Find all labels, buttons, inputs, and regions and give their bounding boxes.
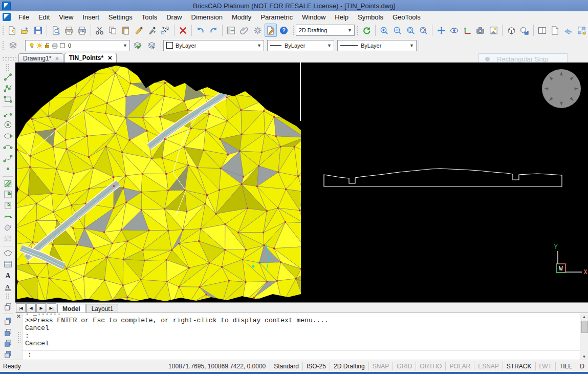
command-scrollbar[interactable]: ▲ ▼ — [580, 313, 588, 360]
flatten-button[interactable] — [1, 211, 14, 222]
menu-file[interactable]: File — [14, 12, 34, 23]
save-button[interactable] — [32, 24, 45, 37]
layout-nav-first[interactable]: |◀ — [16, 303, 26, 313]
text-button[interactable]: A — [1, 270, 14, 281]
spline-button[interactable] — [1, 152, 14, 163]
toolbar-grip[interactable] — [292, 25, 294, 36]
command-input[interactable]: : — [23, 350, 580, 360]
hatch-button[interactable] — [1, 178, 14, 189]
doc-tab-tin_points[interactable]: TIN_Points*✕ — [64, 53, 117, 63]
draworder-front-button[interactable] — [1, 301, 14, 312]
scroll-up-icon[interactable]: ▲ — [582, 313, 586, 320]
publish-button[interactable] — [76, 24, 88, 37]
scroll-down-icon[interactable]: ▼ — [582, 353, 586, 360]
print-button[interactable] — [63, 24, 75, 37]
ucs-button[interactable] — [462, 24, 474, 37]
close-command-icon[interactable]: ✕ — [16, 314, 20, 319]
tab-layout1[interactable]: Layout1 — [86, 304, 119, 313]
text-style-button[interactable]: A — [1, 281, 14, 292]
render-button[interactable] — [488, 24, 500, 37]
doc-tab-drawing1[interactable]: Drawing1*× — [18, 53, 63, 63]
tabbar-grip[interactable] — [2, 56, 16, 60]
layout-nav-prev[interactable]: ◀ — [26, 303, 36, 313]
region-button[interactable] — [1, 189, 14, 200]
paste-button[interactable] — [120, 24, 132, 37]
linetype-select[interactable]: ByLayer▼ — [267, 40, 334, 51]
menu-tools[interactable]: Tools — [137, 12, 162, 23]
rectangle-button[interactable] — [1, 94, 14, 105]
menu-dimension[interactable]: Dimension — [187, 12, 227, 23]
status-toggle-2ddrafting[interactable]: 2D Drafting — [330, 362, 368, 370]
zoom-out-button[interactable] — [391, 24, 404, 37]
zoom-in-button[interactable] — [378, 24, 390, 37]
print-preview-button[interactable] — [50, 24, 62, 37]
look-button[interactable] — [448, 24, 461, 37]
toolbar-grip[interactable] — [6, 64, 10, 71]
isolate-objects-button[interactable] — [562, 24, 575, 37]
layers-button[interactable] — [6, 39, 19, 52]
menu-settings[interactable]: Settings — [104, 12, 137, 23]
zoom-extents-button[interactable] — [404, 24, 417, 37]
status-coordinates[interactable]: 100871.7695, 100869.7422, 0.0000 — [164, 363, 270, 370]
menu-draw[interactable]: Draw — [162, 12, 186, 23]
new-file-button[interactable] — [6, 24, 18, 37]
copy-button[interactable] — [107, 24, 119, 37]
menu-insert[interactable]: Insert — [78, 12, 104, 23]
viewport-3d-tin[interactable] — [17, 63, 301, 302]
status-toggle-polar[interactable]: POLAR — [445, 362, 474, 370]
boundary-button[interactable] — [1, 200, 14, 211]
command-text-area[interactable]: : _......>>Press ENTER or Esc to complet… — [23, 313, 580, 360]
draworder-under-button[interactable] — [1, 338, 14, 349]
status-toggle-standard[interactable]: Standard — [270, 362, 302, 370]
app-menu-icon[interactable] — [3, 13, 11, 21]
menu-symbols[interactable]: Symbols — [353, 12, 388, 23]
arc-button[interactable] — [1, 108, 14, 119]
revcloud-button[interactable] — [1, 248, 14, 259]
match-properties-button[interactable] — [133, 24, 145, 37]
drawing-explorer-button[interactable] — [265, 24, 277, 37]
viewport-profile[interactable]: W Y X — [301, 63, 588, 302]
status-toggle-tile[interactable]: TILE — [555, 362, 576, 370]
close-tab-icon[interactable]: × — [55, 55, 58, 61]
ellipse-arc-button[interactable] — [1, 141, 14, 153]
eyedropper-button[interactable] — [146, 24, 158, 37]
status-toggle-snap[interactable]: SNAP — [368, 362, 393, 370]
shape-button[interactable] — [1, 222, 14, 234]
command-line-panel[interactable]: ✕ : _......>>Press ENTER or Esc to compl… — [15, 313, 588, 360]
settings-button[interactable] — [251, 24, 264, 37]
circle-button[interactable] — [1, 119, 14, 131]
status-toggle-lwt[interactable]: LWT — [535, 362, 555, 370]
viewport-config-button[interactable] — [536, 24, 548, 37]
menu-modify[interactable]: Modify — [227, 12, 256, 23]
structure-panel-button[interactable] — [575, 24, 587, 37]
menu-view[interactable]: View — [54, 12, 78, 23]
properties-panel-button[interactable] — [225, 24, 237, 37]
lineweight-select[interactable]: ByLayer▼ — [337, 40, 417, 51]
layout-nav-last[interactable]: ▶| — [47, 303, 56, 313]
status-toggle-esnap[interactable]: ESNAP — [474, 362, 503, 370]
quick-select-button[interactable] — [159, 24, 171, 37]
menu-edit[interactable]: Edit — [34, 12, 54, 23]
delete-button[interactable] — [177, 24, 189, 37]
title-bar[interactable]: BricsCAD Platinum (NOT FOR RESALE Licens… — [0, 0, 588, 11]
menu-help[interactable]: Help — [330, 12, 353, 23]
status-toggle-d[interactable]: D — [576, 362, 588, 370]
undo-button[interactable] — [194, 24, 207, 37]
toolbar-grip[interactable] — [2, 25, 4, 36]
drawing-area[interactable]: W Y X — [15, 63, 588, 302]
layer-states-button[interactable] — [130, 39, 144, 52]
draworder-swap-button[interactable] — [1, 349, 14, 360]
regen-button[interactable] — [360, 24, 373, 37]
pan-button[interactable] — [435, 24, 447, 37]
command-grip[interactable] — [17, 331, 20, 343]
scroll-thumb[interactable] — [581, 321, 588, 333]
zoom-previous-button[interactable] — [418, 24, 430, 37]
status-toggle-ortho[interactable]: ORTHO — [416, 362, 445, 370]
menu-geotools[interactable]: GeoTools — [388, 12, 425, 23]
menu-parametric[interactable]: Parametric — [256, 12, 297, 23]
table-button[interactable] — [1, 259, 14, 270]
wipeout-button[interactable] — [1, 233, 14, 244]
status-toggle-grid[interactable]: GRID — [393, 362, 416, 370]
attach-button[interactable] — [238, 24, 251, 37]
box-3d-button[interactable] — [505, 24, 517, 37]
